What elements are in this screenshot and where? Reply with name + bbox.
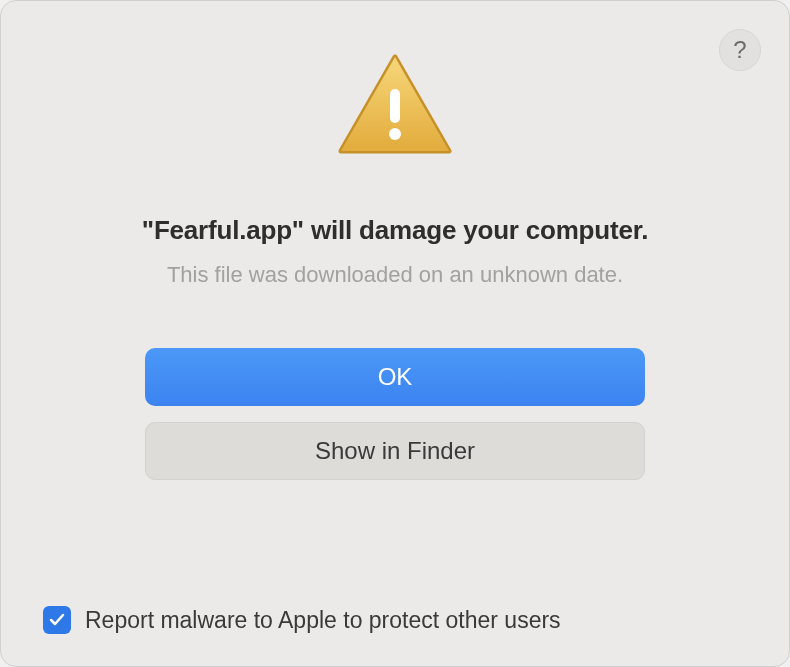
warning-icon	[335, 51, 455, 165]
svg-rect-0	[390, 89, 400, 123]
checkmark-icon	[48, 611, 66, 629]
dialog-title: "Fearful.app" will damage your computer.	[142, 215, 648, 246]
ok-button-label: OK	[378, 363, 413, 391]
show-in-finder-button[interactable]: Show in Finder	[145, 422, 645, 480]
help-button[interactable]: ?	[719, 29, 761, 71]
checkbox-label: Report malware to Apple to protect other…	[85, 607, 561, 634]
report-malware-checkbox[interactable]	[43, 606, 71, 634]
help-icon: ?	[733, 36, 746, 64]
button-row-primary: OK	[145, 348, 645, 406]
malware-warning-dialog: ? "Fearful.app" will damage your compute…	[0, 0, 790, 667]
svg-point-1	[389, 128, 401, 140]
button-row-secondary: Show in Finder	[145, 422, 645, 480]
ok-button[interactable]: OK	[145, 348, 645, 406]
checkbox-row: Report malware to Apple to protect other…	[43, 606, 561, 634]
dialog-subtitle: This file was downloaded on an unknown d…	[167, 262, 623, 288]
show-in-finder-label: Show in Finder	[315, 437, 475, 465]
